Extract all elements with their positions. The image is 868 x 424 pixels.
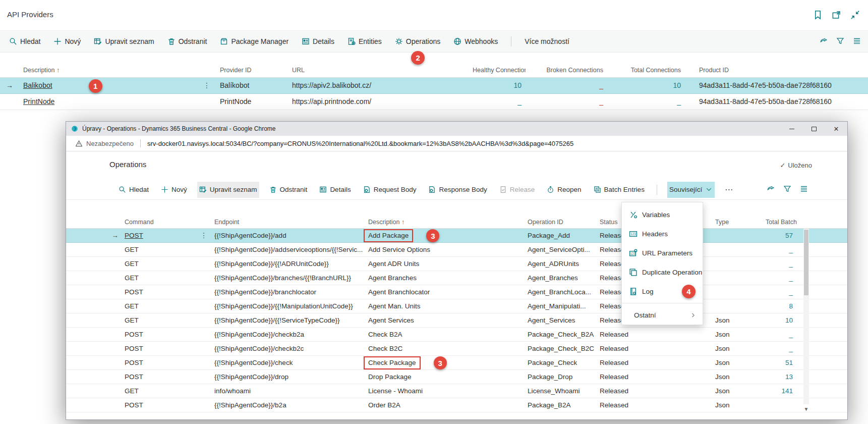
scrollbar-thumb[interactable]	[804, 230, 808, 295]
minimize-button[interactable]	[781, 122, 803, 136]
command-link[interactable]: GET	[125, 246, 139, 253]
row-options-dots[interactable]	[197, 356, 214, 369]
toolbar-button-webhooks[interactable]: Webhooks	[451, 33, 500, 50]
row-options-dots[interactable]	[197, 384, 214, 398]
list-icon[interactable]	[800, 185, 808, 194]
command-link[interactable]: GET	[125, 302, 139, 310]
operation-row-add-package[interactable]: →POST⋮{{!ShipAgentCode}}/addAdd Package3…	[66, 229, 847, 243]
maximize-button[interactable]	[803, 122, 825, 136]
column-header-command[interactable]: Command	[125, 216, 197, 228]
toolbar-button-odstranit[interactable]: Odstranit	[267, 182, 310, 198]
chrome-title-bar[interactable]: Úpravy - Operations - Dynamics 365 Busin…	[66, 122, 847, 136]
row-options-dots[interactable]: ⋮	[198, 78, 220, 93]
command-link[interactable]: POST	[125, 359, 143, 366]
row-options-dots[interactable]	[197, 328, 214, 341]
operation-row-license-whoami[interactable]: GETinfo/whoamiLicense - WhoamiLicense_Wh…	[66, 384, 847, 398]
description-link[interactable]: PrintNode	[23, 97, 54, 105]
row-options-dots[interactable]	[197, 370, 214, 384]
operation-row-add-service-options[interactable]: GET{{!ShipAgentCode}}/addserviceoptions/…	[66, 243, 847, 257]
row-options-dots[interactable]	[197, 285, 214, 299]
operation-row-agent-man-units[interactable]: GET{{!ShipAgentCode}}/{{!ManipulationUni…	[66, 299, 847, 313]
row-options-dots[interactable]	[197, 271, 214, 285]
column-header-product-id[interactable]: Product ID	[685, 67, 868, 74]
bookmark-icon[interactable]	[813, 10, 823, 22]
vertical-scrollbar[interactable]	[803, 229, 809, 404]
row-options-dots[interactable]	[197, 398, 214, 412]
menu-item-url-parameters[interactable]: URL Parameters	[622, 243, 703, 262]
column-header-endpoint[interactable]: Endpoint	[214, 216, 368, 228]
table-row-balikobot[interactable]: →Balikobot1⋮Balíkobothttps://apiv2.balik…	[0, 78, 868, 94]
toolbar-button-nov[interactable]: Nový	[159, 182, 189, 198]
toolbar-button-reopen[interactable]: Reopen	[545, 182, 583, 198]
toolbar-button-batch-entries[interactable]: Batch Entries	[592, 182, 647, 198]
operation-row-agent-adr-units[interactable]: GET{{!ShipAgentCode}}/{{!ADRUnitCode}}Ag…	[66, 257, 847, 271]
operation-row-agent-branches[interactable]: GET{{!ShipAgentCode}}/branches/{{!Branch…	[66, 271, 847, 285]
shrink-icon[interactable]	[850, 10, 860, 22]
toolbar-button-details[interactable]: Details	[300, 33, 336, 50]
row-options-dots[interactable]	[197, 257, 214, 271]
toolbar-button-hledat[interactable]: Hledat	[7, 33, 42, 50]
toolbar-button-upravit-seznam[interactable]: Upravit seznam	[197, 182, 259, 198]
toolbar-button-nov[interactable]: Nový	[51, 33, 83, 50]
list-icon[interactable]	[853, 37, 861, 46]
command-link[interactable]: GET	[125, 387, 139, 395]
menu-item-duplicate-operation[interactable]: Duplicate Operation	[622, 262, 703, 282]
row-options-dots[interactable]	[197, 299, 214, 313]
command-link[interactable]: POST	[125, 401, 143, 409]
toolbar-button-souvisej-c[interactable]: Související	[667, 182, 715, 198]
table-row-printnode[interactable]: PrintNodePrintNodehttps://api.printnode.…	[0, 94, 868, 110]
filter-icon[interactable]	[836, 37, 844, 46]
menu-item-headers[interactable]: Headers	[622, 224, 703, 243]
toolbar-button-release[interactable]: Release	[497, 182, 537, 198]
operation-row-order-b2a[interactable]: POST{{!ShipAgentCode}}/b2aOrder B2APacka…	[66, 398, 847, 412]
menu-item-ostatni[interactable]: Ostatní	[622, 305, 703, 325]
column-header-broken-connections[interactable]: Broken Connections	[526, 67, 607, 74]
column-header-type[interactable]: Type	[715, 216, 766, 228]
column-header-total-connections[interactable]: Total Connections	[607, 67, 685, 74]
toolbar-button-request-body[interactable]: Request Body	[361, 182, 419, 198]
close-button[interactable]: ✕	[825, 122, 847, 136]
column-header-total-batch-entries[interactable]: Total Batch Entries	[766, 216, 797, 228]
filter-icon[interactable]	[783, 185, 791, 194]
row-options-dots[interactable]: ⋮	[197, 229, 214, 242]
toolbar-button-response-body[interactable]: Response Body	[426, 182, 489, 198]
share-icon[interactable]	[767, 185, 775, 194]
share-icon[interactable]	[820, 37, 828, 46]
column-header-operation-id[interactable]: Operation ID	[528, 216, 600, 228]
scroll-down-arrow[interactable]: ▼	[802, 405, 810, 413]
toolbar-button-odstranit[interactable]: Odstranit	[165, 33, 209, 50]
row-options-dots[interactable]	[197, 313, 214, 327]
command-link[interactable]: POST	[125, 373, 143, 381]
toolbar-button-package-manager[interactable]: Package Manager	[218, 33, 291, 50]
row-options-dots[interactable]	[197, 243, 214, 256]
command-link[interactable]: POST	[125, 345, 143, 352]
menu-item-log[interactable]: Log4	[622, 282, 703, 301]
row-options-dots[interactable]	[198, 94, 220, 110]
toolbar-button-entities[interactable]: Entities	[345, 33, 384, 50]
command-link[interactable]: GET	[125, 274, 139, 282]
row-options-dots[interactable]	[197, 342, 214, 355]
toolbar-button-operations[interactable]: Operations2	[393, 33, 442, 50]
column-header-url[interactable]: URL	[292, 67, 473, 74]
description-link[interactable]: Balikobot	[23, 81, 52, 89]
column-header-provider-id[interactable]: Provider ID	[220, 67, 292, 74]
command-link[interactable]: POST	[125, 232, 143, 239]
toolbar-button-hledat[interactable]: Hledat	[117, 182, 151, 198]
column-header-description[interactable]: Description ↑	[23, 67, 198, 74]
command-link[interactable]: POST	[125, 288, 143, 296]
toolbar-button-v-ce-mo-nost[interactable]: Více možností	[523, 33, 571, 50]
operation-row-drop-package[interactable]: POST{{!ShipAgentCode}}/dropDrop PackageP…	[66, 370, 847, 384]
column-header-healthy-connections[interactable]: Healthy Connections	[473, 67, 526, 74]
operation-row-check-b2c[interactable]: POST{{!ShipAgentCode}}/checkb2cCheck B2C…	[66, 342, 847, 356]
operation-row-agent-services[interactable]: GET{{!ShipAgentCode}}/{{!ServiceTypeCode…	[66, 313, 847, 328]
command-link[interactable]: GET	[125, 260, 139, 268]
toolbar-button-details[interactable]: Details	[317, 182, 353, 198]
column-header-description[interactable]: Description ↑	[368, 216, 528, 228]
toolbar-button-upravit-seznam[interactable]: Upravit seznam	[92, 33, 156, 50]
menu-item-variables[interactable]: Variables	[622, 205, 703, 224]
toolbar-button-[interactable]: ⋯	[723, 182, 736, 198]
operation-row-check-package[interactable]: POST{{!ShipAgentCode}}/checkCheck Packag…	[66, 356, 847, 370]
command-link[interactable]: GET	[125, 316, 139, 324]
chrome-address-bar[interactable]: Nezabezpečeno srv-docker01.navisys.local…	[66, 136, 847, 151]
popout-icon[interactable]	[832, 10, 841, 22]
